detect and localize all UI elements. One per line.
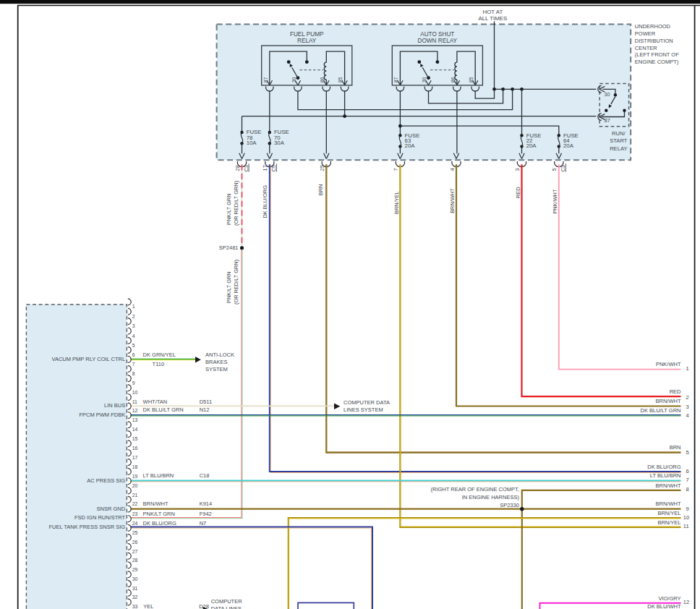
- svg-text:86: 86: [451, 77, 456, 82]
- svg-text:25: 25: [132, 530, 138, 535]
- svg-text:C3: C3: [560, 165, 566, 171]
- svg-text:23: 23: [132, 511, 138, 516]
- svg-text:PNK/WHT: PNK/WHT: [552, 189, 558, 214]
- svg-text:3: 3: [514, 168, 521, 171]
- svg-text:32: 32: [132, 595, 138, 600]
- svg-text:(OR RED/LT GRN): (OR RED/LT GRN): [233, 260, 239, 304]
- svg-text:15: 15: [132, 436, 138, 441]
- svg-text:POWER: POWER: [635, 30, 656, 37]
- svg-text:21: 21: [132, 493, 138, 498]
- svg-text:HOT AT: HOT AT: [483, 9, 503, 15]
- svg-text:BRN/WHT: BRN/WHT: [656, 482, 681, 489]
- svg-text:31: 31: [132, 586, 138, 591]
- svg-text:FUEL PUMP: FUEL PUMP: [290, 31, 324, 38]
- svg-text:26: 26: [132, 540, 138, 545]
- svg-text:20: 20: [132, 483, 138, 488]
- svg-text:BRN/WHT: BRN/WHT: [143, 501, 168, 507]
- svg-text:BRN/WHT: BRN/WHT: [449, 188, 456, 213]
- svg-text:13: 13: [132, 417, 138, 422]
- svg-text:DK GRN/YEL: DK GRN/YEL: [143, 352, 176, 358]
- svg-text:(LEFT FRONT OF: (LEFT FRONT OF: [635, 51, 679, 58]
- svg-text:(RIGHT REAR OF ENGINE COMPT,: (RIGHT REAR OF ENGINE COMPT,: [431, 486, 519, 493]
- svg-text:LIN BUS: LIN BUS: [104, 402, 125, 409]
- svg-text:BRAKES: BRAKES: [205, 359, 227, 365]
- svg-text:SP2330: SP2330: [500, 502, 519, 508]
- svg-text:PNK/LT GRN: PNK/LT GRN: [226, 193, 232, 225]
- svg-text:11: 11: [132, 399, 137, 404]
- svg-text:86: 86: [320, 77, 325, 82]
- svg-text:RELAY: RELAY: [297, 38, 317, 44]
- svg-text:8: 8: [132, 371, 135, 376]
- svg-text:PNK/LT GRN: PNK/LT GRN: [143, 511, 175, 517]
- svg-text:8: 8: [686, 486, 689, 493]
- svg-text:20A: 20A: [405, 142, 416, 149]
- svg-text:1: 1: [686, 365, 689, 372]
- svg-text:10A: 10A: [247, 140, 257, 146]
- svg-text:3: 3: [686, 404, 689, 410]
- svg-text:18: 18: [132, 464, 138, 469]
- svg-text:IN ENGINE HARNESS): IN ENGINE HARNESS): [462, 494, 520, 501]
- svg-text:DK BLU/ORG: DK BLU/ORG: [647, 464, 680, 470]
- svg-text:9: 9: [132, 380, 135, 386]
- svg-text:19: 19: [132, 474, 138, 479]
- svg-text:1: 1: [132, 304, 135, 309]
- svg-text:F942: F942: [200, 511, 212, 517]
- svg-text:30: 30: [291, 77, 296, 82]
- svg-text:N12: N12: [200, 406, 210, 413]
- svg-text:LT BLU/BRN: LT BLU/BRN: [143, 472, 174, 479]
- svg-text:RELAY: RELAY: [610, 145, 627, 152]
- svg-text:LINES SYSTEM: LINES SYSTEM: [343, 406, 383, 413]
- svg-text:87: 87: [393, 77, 398, 82]
- svg-text:4: 4: [132, 333, 135, 338]
- svg-text:2: 2: [686, 394, 689, 401]
- svg-text:DK BLU/ORG: DK BLU/ORG: [143, 520, 176, 527]
- svg-text:COMPUTER DATA: COMPUTER DATA: [343, 399, 390, 406]
- svg-text:BRN/WHT: BRN/WHT: [656, 398, 681, 404]
- svg-text:DOWN RELAY: DOWN RELAY: [418, 38, 458, 44]
- svg-text:BRN: BRN: [670, 444, 681, 451]
- svg-text:N7: N7: [200, 520, 207, 527]
- svg-text:11: 11: [683, 523, 689, 529]
- svg-text:7: 7: [686, 477, 689, 483]
- svg-text:SP2481: SP2481: [219, 244, 239, 251]
- svg-text:VACUM PMP RLY COIL CTRL: VACUM PMP RLY COIL CTRL: [51, 356, 125, 362]
- svg-text:FPCM PWM FDBK: FPCM PWM FDBK: [79, 412, 125, 418]
- svg-text:VIO/GRY: VIO/GRY: [658, 595, 680, 602]
- svg-text:CENTER: CENTER: [635, 45, 657, 51]
- svg-text:START: START: [610, 137, 628, 144]
- svg-text:6: 6: [686, 468, 689, 474]
- svg-text:SNSR GND: SNSR GND: [97, 506, 126, 512]
- svg-text:28: 28: [234, 165, 241, 171]
- svg-text:17: 17: [262, 165, 269, 171]
- svg-text:K914: K914: [200, 501, 213, 507]
- svg-text:14: 14: [132, 427, 138, 432]
- svg-text:PNK/LT GRN: PNK/LT GRN: [226, 271, 232, 303]
- svg-text:30: 30: [422, 77, 427, 82]
- svg-text:5: 5: [686, 449, 689, 456]
- svg-text:24: 24: [132, 521, 138, 526]
- svg-text:YEL: YEL: [143, 603, 153, 609]
- svg-text:BRN/YEL: BRN/YEL: [657, 510, 680, 516]
- svg-text:30: 30: [605, 91, 610, 98]
- svg-text:LT BLU/BRN: LT BLU/BRN: [650, 472, 681, 479]
- svg-text:ANTI-LOCK: ANTI-LOCK: [205, 352, 234, 358]
- svg-text:6: 6: [132, 352, 135, 357]
- svg-text:20A: 20A: [563, 142, 574, 149]
- svg-text:30A: 30A: [274, 140, 285, 146]
- svg-text:17: 17: [132, 455, 138, 460]
- svg-text:7: 7: [393, 168, 399, 171]
- svg-text:4: 4: [686, 412, 689, 419]
- svg-text:UNDERHOOD: UNDERHOOD: [635, 23, 671, 30]
- svg-text:BRN/WHT: BRN/WHT: [656, 501, 681, 507]
- svg-text:SYSTEM: SYSTEM: [205, 366, 228, 372]
- svg-text:DISTRIBUTION: DISTRIBUTION: [635, 38, 673, 44]
- svg-text:85: 85: [469, 77, 474, 82]
- svg-text:BRN/YEL: BRN/YEL: [393, 191, 400, 214]
- svg-text:C3: C3: [243, 165, 249, 171]
- svg-text:FUEL TANK PRESS SNSR SIG: FUEL TANK PRESS SNSR SIG: [48, 524, 125, 530]
- svg-text:10: 10: [683, 514, 689, 521]
- svg-text:T110: T110: [153, 361, 165, 367]
- svg-text:DK BLU/LT GRN: DK BLU/LT GRN: [143, 406, 184, 413]
- svg-text:DK BLU/WHT: DK BLU/WHT: [647, 603, 681, 609]
- svg-text:AUTO SHUT: AUTO SHUT: [420, 31, 454, 38]
